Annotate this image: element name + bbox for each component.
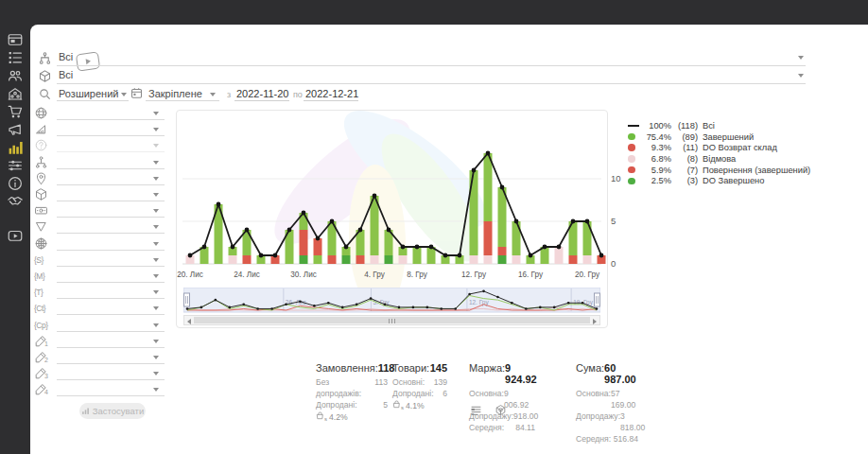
chevron-down-icon[interactable] <box>153 323 159 327</box>
filter-field-person-pin[interactable] <box>34 171 165 187</box>
bar-segment-r[interactable] <box>356 255 365 264</box>
chevron-down-icon[interactable] <box>153 306 159 310</box>
bar-segment-p[interactable] <box>555 247 564 264</box>
chevron-down-icon[interactable] <box>153 193 159 197</box>
bar-segment-d[interactable] <box>498 255 507 264</box>
bar-segment-r[interactable] <box>569 255 578 264</box>
chevron-down-icon[interactable] <box>121 93 127 96</box>
chevron-down-icon[interactable] <box>153 177 159 181</box>
line-point[interactable] <box>458 253 462 258</box>
filter-field-1[interactable]: 1 <box>34 334 165 350</box>
apply-button[interactable]: Застосувати <box>79 403 146 419</box>
filter-field-globe-wire[interactable] <box>34 236 165 253</box>
period-mode-select[interactable]: Закріплене <box>148 88 202 99</box>
orders-chart[interactable]: 20. Лис24. Лис30. Лис4. Гру8. Гру12. Гру… <box>177 111 607 286</box>
line-point[interactable] <box>443 253 448 258</box>
chevron-down-icon[interactable] <box>153 340 159 343</box>
sidebar-item-video-icon[interactable] <box>7 227 24 244</box>
sidebar-item-list-icon[interactable] <box>7 49 24 66</box>
filter-field-banknote[interactable] <box>34 203 165 219</box>
filter-field-T[interactable]: {T} <box>34 285 165 301</box>
filter-field-cube[interactable] <box>34 187 165 203</box>
bar-segment-g[interactable] <box>484 153 493 221</box>
legend-item[interactable]: 100%(118)Всі <box>628 120 810 131</box>
filter-field-4[interactable]: 4 <box>34 382 165 398</box>
line-point[interactable] <box>500 185 505 190</box>
sidebar-item-bar-chart-icon[interactable] <box>7 139 24 156</box>
bar-segment-r[interactable] <box>300 230 308 255</box>
scroll-right-icon[interactable] <box>593 319 597 324</box>
line-point[interactable] <box>273 253 278 258</box>
legend-item[interactable]: 75.4%(89)Завершений <box>628 131 810 143</box>
date-from-input[interactable]: 2022-11-20 <box>236 88 288 99</box>
filter-field-ruler[interactable] <box>34 122 165 138</box>
chevron-down-icon[interactable] <box>153 258 159 262</box>
line-point[interactable] <box>287 228 292 233</box>
line-point[interactable] <box>387 228 391 233</box>
line-point[interactable] <box>188 253 193 258</box>
bar-segment-d[interactable] <box>342 255 351 264</box>
chart-navigator[interactable]: 26. Лис5. Гру12. Гру19. Гру <box>183 288 600 314</box>
chevron-down-icon[interactable] <box>153 242 159 246</box>
line-point[interactable] <box>344 245 349 250</box>
filter-field-S[interactable]: {S} <box>34 253 165 269</box>
bar-segment-p[interactable] <box>484 255 493 264</box>
line-point[interactable] <box>217 202 221 207</box>
bar-segment-p[interactable] <box>229 255 237 264</box>
line-point[interactable] <box>543 245 547 250</box>
bar-segment-r[interactable] <box>328 255 337 264</box>
calendar-icon[interactable] <box>130 86 144 100</box>
filter-field-funnel[interactable] <box>34 219 165 236</box>
filter-field-2[interactable]: 2 <box>34 350 165 366</box>
chevron-down-icon[interactable] <box>153 356 159 359</box>
legend-item[interactable]: 6.8%(8)Відмова <box>628 153 810 165</box>
legend-item[interactable]: 2.5%(3)DO Завершено <box>628 175 810 186</box>
stats-list-icon[interactable] <box>470 404 482 416</box>
bar-segment-g[interactable] <box>314 255 322 264</box>
navigator-handle-right[interactable] <box>595 293 600 306</box>
line-point[interactable] <box>373 194 377 199</box>
bar-segment-r[interactable] <box>498 247 507 255</box>
chevron-down-icon[interactable] <box>153 128 159 131</box>
total-line[interactable] <box>190 153 601 255</box>
line-point[interactable] <box>585 219 590 224</box>
line-point[interactable] <box>415 245 420 250</box>
product-select[interactable]: Всі <box>59 69 73 80</box>
date-to-input[interactable]: 2022-12-21 <box>305 88 358 99</box>
bar-segment-g[interactable] <box>413 247 422 264</box>
line-point[interactable] <box>486 151 491 156</box>
bar-segment-d[interactable] <box>300 255 308 264</box>
filter-field-3[interactable]: 3 <box>34 366 165 382</box>
line-point[interactable] <box>358 228 363 233</box>
line-point[interactable] <box>401 245 406 250</box>
filter-field-M[interactable]: {M} <box>34 269 165 285</box>
chevron-down-icon[interactable] <box>153 209 159 213</box>
line-point[interactable] <box>557 245 562 250</box>
chevron-down-icon[interactable] <box>153 372 159 375</box>
legend-item[interactable]: 9.3%(11)DO Возврат склад <box>628 142 810 153</box>
line-point[interactable] <box>302 211 306 216</box>
sidebar-item-image-panel-icon[interactable] <box>7 31 24 48</box>
chevron-down-icon[interactable] <box>153 225 159 229</box>
scrollbar-grip-icon[interactable] <box>389 319 396 323</box>
chevron-down-icon[interactable] <box>153 290 159 294</box>
bar-segment-p[interactable] <box>371 255 379 264</box>
bar-segment-p[interactable] <box>583 255 592 264</box>
line-point[interactable] <box>245 228 250 233</box>
line-point[interactable] <box>571 219 576 224</box>
report-play-button[interactable] <box>76 51 100 71</box>
bar-segment-r[interactable] <box>314 238 322 255</box>
source-select[interactable]: Всі <box>59 51 73 62</box>
sidebar-item-info-icon[interactable] <box>7 175 24 192</box>
filter-field-question[interactable] <box>34 138 165 154</box>
sidebar-item-megaphone-icon[interactable] <box>7 121 24 138</box>
filter-field-sitemap[interactable] <box>34 155 165 171</box>
filter-field-globe[interactable] <box>34 106 165 122</box>
chevron-down-icon[interactable] <box>153 112 159 115</box>
chevron-down-icon[interactable] <box>153 274 159 278</box>
line-point[interactable] <box>202 245 207 250</box>
sidebar-item-building-icon[interactable] <box>7 85 24 102</box>
chevron-down-icon[interactable] <box>153 161 159 165</box>
line-point[interactable] <box>472 168 477 173</box>
bar-segment-r[interactable] <box>484 221 493 255</box>
